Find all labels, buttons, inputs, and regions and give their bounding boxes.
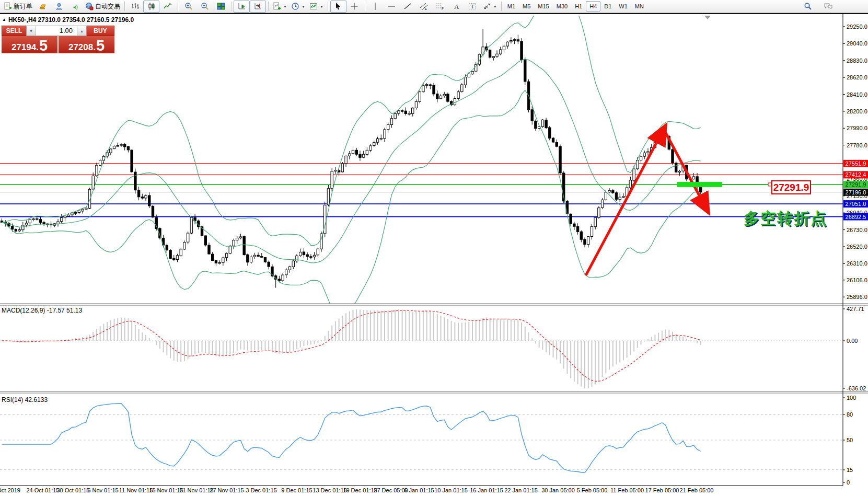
candle [640,156,642,160]
time-tick-label: 24 Oct 01:15 [27,487,60,493]
candle [313,255,315,257]
chart-canvas[interactable]: 29250.029040.028830.028620.028410.028200… [0,14,868,496]
fibonacci-button[interactable]: F [432,1,448,13]
candle [510,40,512,42]
timeframe-button-h4[interactable]: H4 [586,1,600,11]
gold-icon [39,2,47,10]
candle [576,227,578,232]
templates-button[interactable]: ▼ [307,1,326,13]
candle [299,252,302,256]
price-annotation-box[interactable]: 27291.9 [771,180,811,194]
candle [492,56,494,57]
market-button[interactable] [34,1,51,13]
timeframe-button-w1[interactable]: W1 [615,1,631,11]
candlestick-chart-button[interactable] [143,1,159,13]
timeframe-button-d1[interactable]: D1 [600,1,615,11]
trend-arrows-layer[interactable] [586,129,707,274]
zoom-in-button[interactable] [180,1,196,13]
chart-window: 29250.029040.028830.028620.028410.028200… [0,14,868,496]
candle [285,270,287,275]
timeframe-button-h1[interactable]: H1 [571,1,586,11]
search-button[interactable] [800,1,816,13]
time-tick-label: 30 Jan 05:00 [541,487,575,493]
chart-shift-button[interactable] [250,1,266,13]
axis-tick-label: 29040.0 [847,40,867,47]
toolbar-separator [501,2,502,11]
macd-indicator-label: MACD(12,26,9) -17.57 51.13 [2,307,82,314]
svg-text:T: T [471,3,474,9]
candle [584,239,586,245]
time-tick-label: 16 Jan 01:15 [470,487,503,493]
timeframe-button-m5[interactable]: M5 [519,1,534,11]
candle [520,41,523,60]
toolbar-separator [124,2,125,11]
equidistant-channel-button[interactable]: E [416,1,432,13]
time-tick-label: 15 Nov 01:15 [149,487,183,493]
svg-text:F: F [442,7,444,10]
signals-button[interactable] [67,1,83,13]
axis-tick-label: 27780.0 [847,142,867,148]
zoom-out-icon [201,2,209,10]
candle [169,250,171,259]
collapse-arrow-icon[interactable]: ▲ [2,17,6,22]
sell-button[interactable]: SELL [2,26,26,36]
buy-button[interactable]: BUY [87,26,114,36]
new-order-button[interactable]: 新订单 [2,1,34,13]
crosshair-button[interactable] [346,1,363,13]
candle [15,229,17,231]
zoom-out-button[interactable] [196,1,213,13]
timeframe-button-m1[interactable]: M1 [504,1,519,11]
chat-button[interactable] [820,1,836,13]
candle [605,192,607,200]
timeframe-button-m15[interactable]: M15 [534,1,552,11]
highlight-bar[interactable] [677,182,722,187]
axis-tick-label: 28200.0 [847,108,867,114]
candle [401,111,403,112]
auto-trading-button[interactable]: 自动交易 [83,1,122,13]
candle [443,94,445,96]
candle [64,216,66,217]
bar-chart-button[interactable] [127,1,143,13]
horizontal-line-button[interactable] [384,1,400,13]
sell-price-button[interactable]: 27194.5 [2,36,57,53]
macd-axis: 427.710.00-636.02 [843,306,866,391]
trendline-button[interactable] [400,1,416,13]
volume-increase-button[interactable]: ▲ [77,26,86,36]
time-tick-label: 10 Jan 01:15 [434,487,468,493]
candle [306,255,308,257]
arrows-button[interactable]: ▼ [481,1,499,13]
candle [78,211,80,213]
candle [615,193,617,199]
text-button[interactable]: A [448,1,465,13]
volume-decrease-button[interactable]: ▼ [27,26,36,36]
time-tick-label: 13 Dec 01:15 [313,487,346,493]
chart-shift-marker[interactable] [704,16,711,19]
candle [419,92,421,102]
community-button[interactable] [51,1,67,13]
auto-scroll-button[interactable] [234,1,250,13]
candle [422,86,424,92]
buy-price-button[interactable]: 27208.5 [59,36,114,53]
candle [317,249,319,255]
candle [145,195,147,198]
candle [408,113,410,114]
candle [36,218,38,220]
price-tag-label: 26892.5 [846,214,866,220]
axis-tick-label: 28830.0 [847,57,867,64]
timeframe-button-m30[interactable]: M30 [553,1,571,11]
cursor-button[interactable] [330,1,346,13]
candle [447,94,449,101]
candle [369,146,372,151]
candle [415,101,417,108]
line-chart-button[interactable] [159,1,176,13]
candle [25,223,27,225]
periods-button[interactable]: ▼ [289,1,307,13]
vertical-line-button[interactable] [367,1,384,13]
candle [208,245,210,254]
tile-windows-button[interactable] [213,1,229,13]
volume-value[interactable]: 1.00 [36,26,77,36]
timeframe-button-mn[interactable]: MN [631,1,647,11]
indicators-button[interactable]: ▼ [271,1,289,13]
text-label-button[interactable]: T [465,1,481,13]
turning-point-annotation[interactable]: 多空转折点 [744,208,827,229]
